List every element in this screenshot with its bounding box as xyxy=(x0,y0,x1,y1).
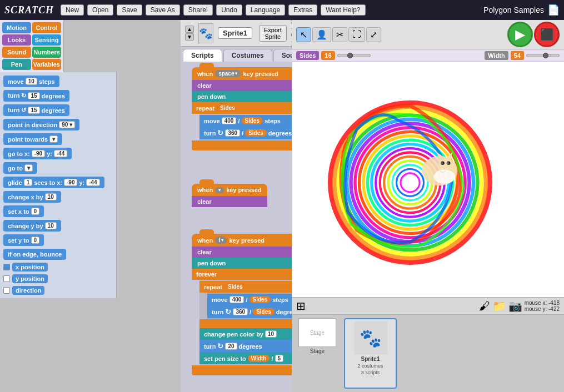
undo-button[interactable]: Undo xyxy=(216,4,242,16)
hat-block-2[interactable]: when ▾ key pressed xyxy=(192,184,267,196)
topbar: SCRATCH New Open Save Save As Share! Und… xyxy=(0,0,564,20)
extras-button[interactable]: Extras xyxy=(288,4,317,16)
block-set-y[interactable]: set y to 0 xyxy=(3,234,44,246)
scroll-up-button[interactable]: ▲ xyxy=(185,26,194,33)
stage-canvas[interactable] xyxy=(292,62,564,297)
block-repeat-3[interactable]: repeat Sides xyxy=(199,281,292,293)
scroll-down-button[interactable]: ▼ xyxy=(185,33,194,41)
block-turn2-3[interactable]: turn ↻ 20 degrees xyxy=(199,340,292,353)
script-2: when ▾ key pressed clear xyxy=(192,184,267,207)
stage-thumbnail[interactable]: Stage Stage xyxy=(295,318,340,389)
cat-pen[interactable]: Pen xyxy=(2,59,31,70)
block-direction-check[interactable]: direction xyxy=(3,286,113,295)
block-if-edge[interactable]: if on edge, bounce xyxy=(3,249,66,260)
key-oval-3[interactable]: f ▾ xyxy=(215,237,227,244)
folder-button[interactable]: 📁 xyxy=(492,299,506,313)
stage-thumb-box: Stage xyxy=(298,318,336,347)
width-slider-thumb[interactable] xyxy=(543,53,548,58)
block-repeat-1[interactable]: repeat Sides xyxy=(192,102,292,114)
block-point-towards[interactable]: point towards ▾ xyxy=(3,133,62,145)
green-flag-button[interactable]: ▶ xyxy=(507,22,533,47)
mouse-y: mouse y: -422 xyxy=(525,306,560,312)
shrink-tool[interactable]: ⤢ xyxy=(366,27,381,42)
tab-sounds[interactable]: Sounds xyxy=(273,49,292,62)
script-1: when space ▾ key pressed clear pen down … xyxy=(192,67,292,150)
cb-y-position[interactable] xyxy=(3,275,10,282)
scratch-logo: SCRATCH xyxy=(4,4,54,16)
cat-sound[interactable]: Sound xyxy=(2,47,31,58)
block-go-to-xy[interactable]: go to x: -90 y: -44 xyxy=(3,148,72,159)
camera-button[interactable]: 📷 xyxy=(508,299,522,313)
block-pen-down-3[interactable]: pen down xyxy=(192,258,292,269)
block-point-direction[interactable]: point in direction 90 ▾ xyxy=(3,119,79,130)
new-button[interactable]: New xyxy=(61,4,84,16)
cat-looks[interactable]: Looks xyxy=(2,34,31,46)
key-space-oval[interactable]: space ▾ xyxy=(215,70,241,77)
hat-block-1[interactable]: when space ▾ key pressed xyxy=(192,67,292,80)
cat-variables[interactable]: Variables xyxy=(32,59,61,70)
cat-motion[interactable]: Motion xyxy=(2,22,31,33)
sides-slider[interactable] xyxy=(337,54,371,57)
sprite-name-box[interactable]: Sprite1 xyxy=(218,27,252,39)
block-clear-1[interactable]: clear xyxy=(192,80,292,91)
fullscreen-tool[interactable]: ⛶ xyxy=(348,27,365,42)
sides-label: Sides xyxy=(296,51,319,60)
block-change-y[interactable]: change y by 10 xyxy=(3,220,61,232)
help-button[interactable]: Want Help? xyxy=(321,4,365,16)
save-button[interactable]: Save xyxy=(117,4,142,16)
language-button[interactable]: Language xyxy=(246,4,285,16)
block-set-x[interactable]: set x to 0 xyxy=(3,205,44,217)
cat-numbers[interactable]: Numbers xyxy=(32,47,61,58)
share-button[interactable]: Share! xyxy=(183,4,213,16)
scripts-canvas[interactable]: when space ▾ key pressed clear pen down … xyxy=(181,62,292,392)
block-change-x[interactable]: change x by 10 xyxy=(3,191,61,203)
save-as-button[interactable]: Save As xyxy=(146,4,180,16)
scissors-tool[interactable]: ✂ xyxy=(332,27,347,42)
cat-sensing[interactable]: Sensing xyxy=(32,34,61,46)
block-pen-down-1[interactable]: pen down xyxy=(192,91,292,102)
block-x-position[interactable]: x position xyxy=(3,263,113,272)
block-go-to[interactable]: go to ▾ xyxy=(3,162,37,174)
block-move[interactable]: move 10 steps xyxy=(3,76,59,87)
sprite1-scripts: 3 scripts xyxy=(361,370,380,375)
width-slider[interactable] xyxy=(526,54,560,57)
open-button[interactable]: Open xyxy=(87,4,113,16)
cat-row-2: Looks Sensing xyxy=(2,34,61,46)
sprite1-box: 🐾 xyxy=(354,321,387,355)
block-pen-color-3[interactable]: change pen color by 10 xyxy=(199,328,292,340)
paint-button[interactable]: 🖌 xyxy=(479,300,490,313)
block-move-3[interactable]: move 400 / Sides steps xyxy=(207,294,292,305)
block-turn-ccw[interactable]: turn ↺ 15 degrees xyxy=(3,104,69,116)
block-turn-3[interactable]: turn ↻ 360 / Sides degrees xyxy=(207,305,292,318)
stage-view-button[interactable]: ⊞ xyxy=(296,299,306,313)
stamp-tool[interactable]: 👤 xyxy=(312,27,331,42)
sides-slider-thumb[interactable] xyxy=(347,53,353,58)
export-sprite-button[interactable]: Export Sprite xyxy=(259,25,287,42)
repeat-end-3 xyxy=(199,319,292,328)
block-clear-2[interactable]: clear xyxy=(192,196,267,207)
block-pen-size-3[interactable]: set pen size to Width / 5 xyxy=(199,353,292,364)
block-move-1[interactable]: move 400 / Sides steps xyxy=(199,115,292,127)
script-3: when f ▾ key pressed clear pen down fore… xyxy=(192,234,292,375)
block-y-position[interactable]: y position xyxy=(3,274,113,283)
direction-indicator xyxy=(291,44,292,49)
hat-block-3[interactable]: when f ▾ key pressed xyxy=(192,234,292,247)
block-glide[interactable]: glide 1 secs to x: -90 y: -44 xyxy=(3,177,104,188)
key-oval-2[interactable]: ▾ xyxy=(215,187,224,193)
cb-direction[interactable] xyxy=(3,287,10,294)
stop-button[interactable]: ⬛ xyxy=(534,22,560,47)
sprite1-thumbnail[interactable]: 🐾 Sprite1 2 costumes 3 scripts xyxy=(344,318,397,389)
cursor-tool[interactable]: ↖ xyxy=(296,27,311,42)
tab-scripts[interactable]: Scripts xyxy=(183,49,222,62)
block-turn-1[interactable]: turn ↻ 360 / Sides degrees xyxy=(199,127,292,139)
block-forever-3[interactable]: forever xyxy=(192,269,292,280)
block-turn-cw[interactable]: turn ↻ 15 degrees xyxy=(3,90,69,102)
stage-svg xyxy=(292,62,564,297)
tab-costumes[interactable]: Costumes xyxy=(223,49,272,62)
mouse-coords: mouse x: -418 mouse y: -422 xyxy=(525,300,560,312)
cat-row-3: Sound Numbers xyxy=(2,47,61,58)
cb-x-position[interactable] xyxy=(3,264,10,270)
sprite-scroll-arrows: ▲ ▼ xyxy=(185,26,194,41)
cat-control[interactable]: Control xyxy=(32,22,61,33)
block-clear-3[interactable]: clear xyxy=(192,247,292,258)
